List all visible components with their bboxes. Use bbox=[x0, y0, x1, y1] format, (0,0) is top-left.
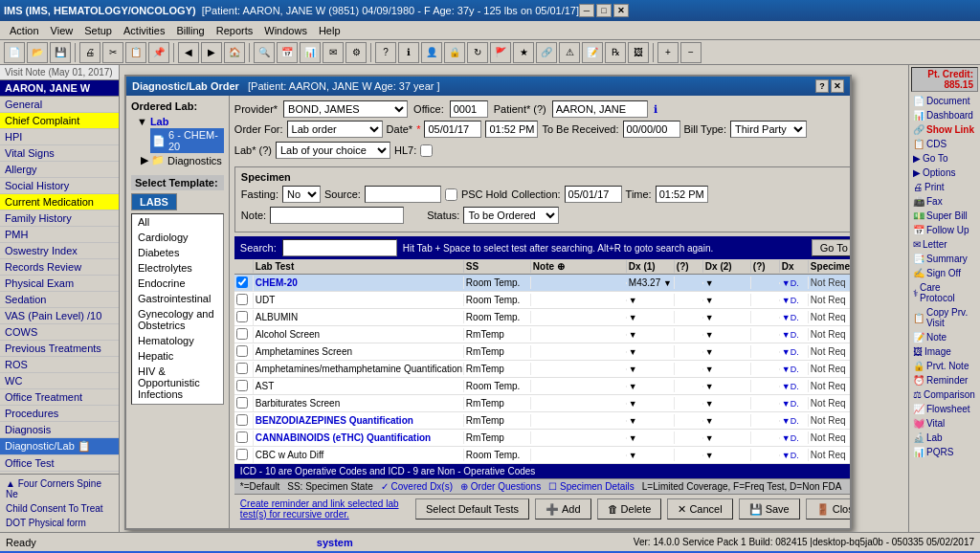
sidebar-bottom-child-consent[interactable]: Child Consent To Treat bbox=[2, 501, 117, 516]
tb-info[interactable]: ℹ bbox=[398, 42, 419, 63]
add-button[interactable]: ➕ Add bbox=[535, 498, 591, 520]
menu-setup[interactable]: Setup bbox=[78, 23, 118, 38]
provider-select[interactable]: BOND, JAMES bbox=[283, 100, 408, 118]
psc-hold-checkbox[interactable] bbox=[445, 188, 457, 201]
right-item-comparison[interactable]: ⚖ Comparison bbox=[909, 387, 980, 402]
tb-alert[interactable]: ⚠ bbox=[559, 42, 580, 63]
sidebar-item-wc[interactable]: WC bbox=[0, 373, 119, 389]
right-item-super-bill[interactable]: 💵 Super Bill bbox=[909, 209, 980, 223]
template-cardiology[interactable]: Cardiology bbox=[132, 230, 223, 245]
tb-mail[interactable]: ✉ bbox=[323, 42, 344, 63]
close-button[interactable]: ✕ bbox=[613, 4, 629, 17]
right-item-options[interactable]: ▶ Options bbox=[909, 166, 980, 180]
template-hematology[interactable]: Hematology bbox=[132, 333, 223, 348]
select-default-button[interactable]: Select Default Tests bbox=[415, 498, 529, 520]
row-checkbox-8[interactable] bbox=[236, 397, 248, 409]
right-item-prvt-note[interactable]: 🔒 Prvt. Note bbox=[909, 359, 980, 373]
order-for-select[interactable]: Lab order bbox=[287, 121, 383, 138]
tb-img[interactable]: 🖼 bbox=[628, 42, 649, 63]
sidebar-bottom-dot[interactable]: DOT Physical form bbox=[2, 516, 117, 530]
tb-forward[interactable]: ▶ bbox=[201, 42, 222, 63]
right-item-care-protocol[interactable]: ⚕ Care Protocol bbox=[909, 280, 980, 305]
tb-chart[interactable]: 📊 bbox=[300, 42, 321, 63]
create-reminder-link[interactable]: Create reminder and link selected lab te… bbox=[240, 498, 410, 520]
close-button-dialog[interactable]: 🚪 Close bbox=[806, 498, 850, 520]
template-hiv[interactable]: HIV & Opportunistic Infections bbox=[132, 364, 223, 402]
sidebar-item-hpi[interactable]: HPI bbox=[0, 129, 119, 145]
right-item-lab[interactable]: 🔬 Lab bbox=[909, 431, 980, 445]
sidebar-item-pmh[interactable]: PMH bbox=[0, 227, 119, 243]
sidebar-bottom-corners[interactable]: ▲ Four Corners Spine Ne bbox=[2, 476, 117, 501]
right-item-flowsheet[interactable]: 📈 Flowsheet bbox=[909, 402, 980, 416]
source-input[interactable] bbox=[365, 186, 441, 203]
tb-open[interactable]: 📂 bbox=[27, 42, 48, 63]
order-questions[interactable]: ⊕ Order Questions bbox=[460, 481, 541, 492]
collection-input[interactable] bbox=[565, 186, 622, 203]
tb-note[interactable]: 📝 bbox=[582, 42, 603, 63]
template-endocrine[interactable]: Endocrine bbox=[132, 276, 223, 291]
right-item-letter[interactable]: ✉ Letter bbox=[909, 237, 980, 252]
template-electrolytes[interactable]: Electrolytes bbox=[132, 260, 223, 276]
tb-cut[interactable]: ✂ bbox=[102, 42, 123, 63]
row-checkbox-2[interactable] bbox=[236, 294, 248, 305]
specimen-details[interactable]: ☐ Specimen Details bbox=[548, 481, 635, 492]
tb-settings[interactable]: ⚙ bbox=[345, 42, 367, 63]
right-item-cds[interactable]: 📋 CDS bbox=[909, 137, 980, 151]
right-item-show-link[interactable]: 🔗 Show Link bbox=[909, 122, 980, 137]
right-item-dashboard[interactable]: 📊 Dashboard bbox=[909, 108, 980, 122]
tb-search[interactable]: 🔍 bbox=[254, 42, 275, 63]
right-item-document[interactable]: 📄 Document bbox=[909, 94, 980, 108]
tb-back[interactable]: ◀ bbox=[178, 42, 199, 63]
sidebar-item-current-medication[interactable]: Current Medication bbox=[0, 194, 119, 210]
tb-rx[interactable]: ℞ bbox=[605, 42, 626, 63]
tab-labs[interactable]: LABS bbox=[131, 193, 177, 210]
right-item-print[interactable]: 🖨 Print bbox=[909, 180, 980, 194]
sidebar-item-allergy[interactable]: Allergy bbox=[0, 162, 119, 178]
save-button[interactable]: 💾 Save bbox=[739, 498, 800, 520]
tree-item-chem20[interactable]: 📄 6 - CHEM-20 bbox=[150, 128, 224, 153]
right-item-pqrs[interactable]: 📊 PQRS bbox=[909, 445, 980, 459]
sidebar-item-vital-signs[interactable]: Vital Signs bbox=[0, 145, 119, 162]
right-item-note[interactable]: 📝 Note bbox=[909, 330, 980, 344]
note-input[interactable] bbox=[270, 207, 404, 224]
sidebar-item-ros[interactable]: ROS bbox=[0, 357, 119, 373]
template-gynecology[interactable]: Gynecology and Obstetrics bbox=[132, 306, 223, 333]
row-checkbox-6[interactable] bbox=[236, 363, 248, 374]
sidebar-item-procedures[interactable]: Procedures bbox=[0, 406, 119, 422]
tb-lock[interactable]: 🔒 bbox=[444, 42, 465, 63]
sidebar-item-office-test[interactable]: Office Test bbox=[0, 455, 119, 472]
tb-paste[interactable]: 📌 bbox=[148, 42, 169, 63]
row-checkbox-1[interactable] bbox=[236, 276, 248, 288]
delete-button[interactable]: 🗑 Delete bbox=[597, 498, 662, 520]
right-item-goto[interactable]: ▶ Go To bbox=[909, 151, 980, 166]
tb-save[interactable]: 💾 bbox=[50, 42, 71, 63]
row-checkbox-10[interactable] bbox=[236, 431, 248, 443]
right-item-copy-prv[interactable]: 📋 Copy Prv. Visit bbox=[909, 305, 980, 330]
sidebar-item-social-history[interactable]: Social History bbox=[0, 178, 119, 194]
menu-help[interactable]: Help bbox=[313, 23, 346, 38]
right-item-follow-up[interactable]: 📅 Follow Up bbox=[909, 223, 980, 237]
tree-item-diagnostics[interactable]: ▶ 📁 Diagnostics bbox=[139, 153, 224, 167]
template-hepatic[interactable]: Hepatic bbox=[132, 348, 223, 364]
template-all[interactable]: All bbox=[132, 214, 223, 230]
tb-new[interactable]: 📄 bbox=[4, 42, 25, 63]
row-checkbox-4[interactable] bbox=[236, 328, 248, 340]
sidebar-item-records-review[interactable]: Records Review bbox=[0, 259, 119, 276]
row-checkbox-11[interactable] bbox=[236, 449, 248, 460]
tb-plus[interactable]: + bbox=[657, 42, 679, 63]
tree-item-lab[interactable]: ▼ Lab bbox=[135, 115, 224, 128]
maximize-button[interactable]: □ bbox=[596, 4, 612, 17]
sidebar-item-sedation[interactable]: Sedation bbox=[0, 292, 119, 308]
dialog-close-button[interactable]: ✕ bbox=[831, 79, 844, 93]
cancel-button[interactable]: ✕ Cancel bbox=[667, 498, 732, 520]
tb-user[interactable]: 👤 bbox=[421, 42, 442, 63]
minimize-button[interactable]: ─ bbox=[579, 4, 594, 17]
tb-minus[interactable]: − bbox=[680, 42, 702, 63]
info-icon[interactable]: ℹ bbox=[654, 103, 657, 116]
row-checkbox-7[interactable] bbox=[236, 380, 248, 391]
sidebar-item-physical-exam[interactable]: Physical Exam bbox=[0, 276, 119, 292]
date-input[interactable] bbox=[424, 121, 481, 138]
sidebar-item-previous-treatments[interactable]: Previous Treatments bbox=[0, 341, 119, 357]
right-item-vital[interactable]: 💓 Vital bbox=[909, 416, 980, 431]
sidebar-item-diagnosis[interactable]: Diagnosis bbox=[0, 422, 119, 438]
